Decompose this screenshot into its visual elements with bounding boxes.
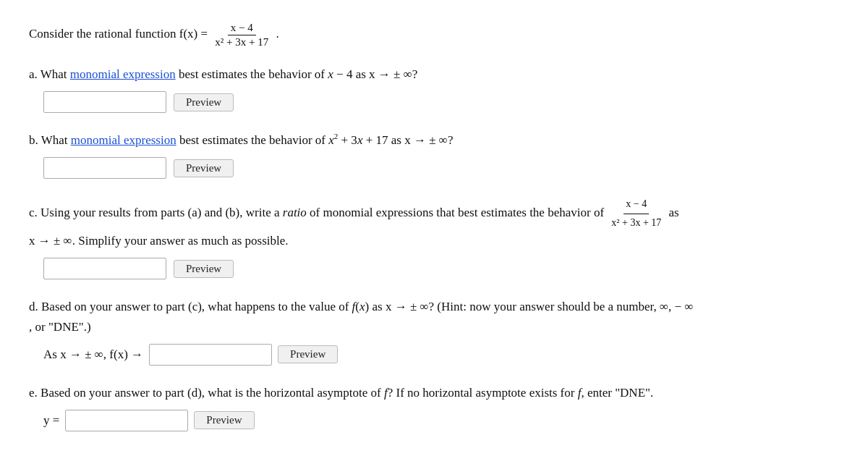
problem-title: Consider the rational function f(x) = x … (29, 22, 839, 48)
main-fraction: x − 4 x² + 3x + 17 (212, 22, 271, 48)
part-a-preview-button[interactable]: Preview (174, 93, 234, 111)
part-b-preview-button[interactable]: Preview (174, 159, 234, 177)
part-e: e. Based on your answer to part (d), wha… (29, 383, 839, 431)
part-c-input-row: Preview (43, 258, 839, 279)
part-e-y-label: y = (43, 413, 59, 428)
part-d-input[interactable] (149, 344, 272, 366)
part-b-label: b. What monomial expression best estimat… (29, 130, 839, 150)
part-a: a. What monomial expression best estimat… (29, 64, 839, 113)
part-b-input[interactable] (43, 157, 166, 179)
part-c-preview-button[interactable]: Preview (174, 260, 234, 278)
part-d: d. Based on your answer to part (c), wha… (29, 297, 839, 365)
part-a-input-row: Preview (43, 91, 839, 113)
part-d-inline-label: As x → ± ∞, f(x) → (43, 347, 143, 362)
part-b-link[interactable]: monomial expression (71, 133, 176, 147)
part-e-input-row: y = Preview (43, 410, 839, 431)
main-fraction-numerator: x − 4 (228, 22, 256, 35)
part-e-preview-button[interactable]: Preview (194, 411, 254, 429)
part-b: b. What monomial expression best estimat… (29, 130, 839, 179)
part-d-label: d. Based on your answer to part (c), wha… (29, 297, 839, 336)
part-a-input[interactable] (43, 91, 166, 113)
part-a-label: a. What monomial expression best estimat… (29, 64, 839, 84)
part-a-link[interactable]: monomial expression (70, 67, 176, 81)
part-b-input-row: Preview (43, 157, 839, 179)
main-fraction-denominator: x² + 3x + 17 (212, 35, 271, 48)
part-e-label: e. Based on your answer to part (d), wha… (29, 383, 839, 402)
part-c: c. Using your results from parts (a) and… (29, 196, 839, 279)
part-e-input[interactable] (65, 410, 188, 431)
title-equals: = (200, 27, 210, 41)
part-d-preview-button[interactable]: Preview (278, 345, 338, 363)
part-c-input[interactable] (43, 258, 166, 279)
part-c-fraction: x − 4 x² + 3x + 17 (609, 196, 663, 231)
title-fx: f(x) (179, 27, 197, 41)
title-prefix: Consider the rational function (29, 27, 179, 41)
part-d-input-row: As x → ± ∞, f(x) → Preview (43, 344, 839, 366)
part-c-label: c. Using your results from parts (a) and… (29, 196, 839, 250)
